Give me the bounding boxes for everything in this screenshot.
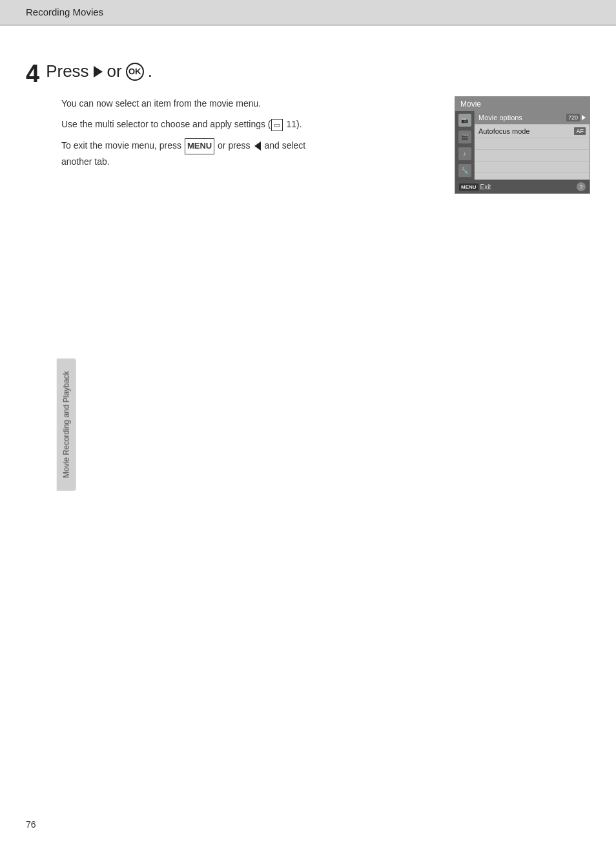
ok-icon: OK [126, 63, 144, 81]
menu-list: Movie options 720 Autofocus mode AF [475, 111, 590, 180]
menu-item-value-autofocus: AF [574, 127, 586, 135]
step-or-label: or [107, 61, 122, 81]
footer-left: MENU Exit [459, 183, 491, 191]
paragraph-3-pre: To exit the movie menu, press [61, 140, 181, 151]
arrow-right-indicator [582, 115, 586, 120]
menu-footer-btn: MENU [459, 183, 478, 191]
paragraph-3: To exit the movie menu, press MENU or pr… [61, 138, 435, 169]
step-period: . [148, 61, 152, 81]
content-area: You can now select an item from the movi… [61, 96, 590, 194]
sidebar-wrench-icon: 🔧 [458, 164, 471, 177]
sidebar-film-icon: 🎬 [458, 131, 471, 143]
paragraph-3-or-press: or press [218, 140, 251, 151]
page-title: Recording Movies [26, 6, 103, 17]
paragraph-2: Use the multi selector to choose and app… [61, 117, 435, 131]
menu-item-value-movie-options: 720 [566, 114, 586, 121]
header-bar: Recording Movies [0, 0, 616, 25]
step-number: 4 [26, 61, 39, 86]
ok-icon-label: OK [128, 67, 141, 76]
paragraph-2-text: Use the multi selector to choose and app… [61, 119, 271, 129]
menu-header: Movie [455, 97, 590, 111]
step-row: 4 Press or OK . [26, 61, 590, 86]
main-content: 4 Press or OK . You can now select an it… [0, 42, 616, 220]
menu-empty-row-2 [475, 150, 590, 162]
menu-item-autofocus-mode: Autofocus mode AF [475, 125, 590, 138]
paragraph-1: You can now select an item from the movi… [61, 96, 435, 110]
page-number: 76 [26, 819, 36, 830]
value-box-af: AF [574, 127, 586, 135]
menu-footer: MENU Exit ? [455, 180, 590, 193]
camera-menu-screenshot: Movie 📷 🎬 ♪ 🔧 Movie options 720 [455, 96, 590, 194]
text-section: You can now select an item from the movi… [61, 96, 435, 175]
paragraph-2-page: 11). [284, 119, 302, 129]
menu-item-movie-options: Movie options 720 [475, 111, 590, 125]
value-box-720: 720 [566, 114, 580, 121]
sidebar-sound-icon: ♪ [458, 147, 471, 160]
side-tab-label: Movie Recording and Playback [62, 371, 71, 477]
help-btn: ? [577, 182, 586, 191]
step-press-label: Press [46, 61, 88, 81]
arrow-left-icon [254, 142, 261, 151]
menu-empty-row-3 [475, 162, 590, 173]
sidebar-camera-icon: 📷 [458, 114, 471, 127]
menu-sidebar: 📷 🎬 ♪ 🔧 [455, 111, 475, 180]
menu-empty-row-1 [475, 138, 590, 150]
menu-item-label-autofocus: Autofocus mode [478, 127, 530, 135]
arrow-right-icon [94, 66, 103, 78]
footer-exit-label: Exit [480, 183, 491, 191]
menu-item-label-movie-options: Movie options [478, 114, 522, 121]
separator [0, 25, 616, 26]
menu-body: 📷 🎬 ♪ 🔧 Movie options 720 Au [455, 111, 590, 180]
book-ref-icon: ▭ [271, 119, 283, 132]
menu-icon: MENU [185, 138, 214, 154]
step-heading: Press or OK . [46, 61, 152, 81]
side-tab: Movie Recording and Playback [57, 358, 76, 490]
